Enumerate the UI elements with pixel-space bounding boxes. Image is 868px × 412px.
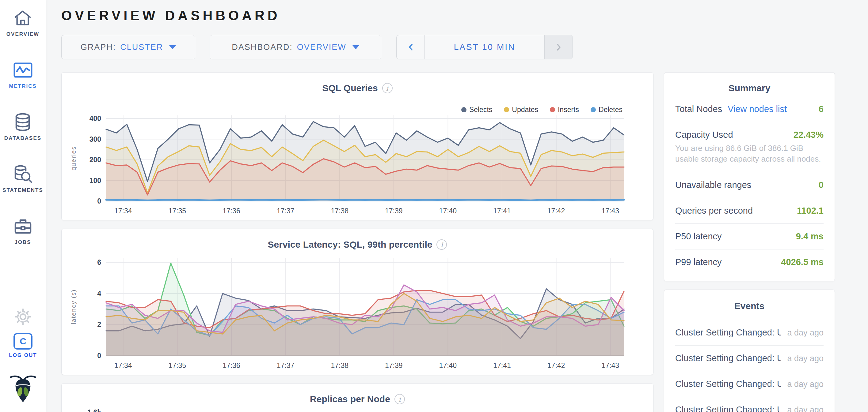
info-icon[interactable]: i [436, 239, 447, 250]
p50-latency-value: 9.4 ms [796, 231, 824, 241]
svg-text:queries: queries [70, 146, 77, 171]
svg-text:17:40: 17:40 [439, 362, 457, 370]
graph-dropdown-label: GRAPH: [81, 42, 116, 52]
settings-button[interactable] [0, 309, 46, 326]
logout-label: LOG OUT [9, 352, 37, 358]
svg-text:17:42: 17:42 [548, 362, 565, 370]
sidebar-item-label: DATABASES [4, 135, 41, 141]
legend-item-inserts: Inserts [550, 106, 579, 114]
capacity-used-value: 22.43% [794, 130, 824, 140]
home-icon [13, 8, 32, 28]
statements-icon [13, 164, 32, 184]
service-latency-chart-card: Service Latency: SQL, 99th percentile i … [61, 229, 653, 375]
summary-row-total-nodes: Total Nodes View nodes list 6 [675, 96, 824, 122]
service-latency-plot[interactable]: 17:3417:3517:3617:3717:3817:3917:4017:41… [62, 253, 653, 375]
svg-text:17:35: 17:35 [168, 362, 186, 370]
sidebar-item-statements[interactable]: STATEMENTS [2, 164, 43, 194]
event-row: Cluster Setting Changed: U... a day ago [675, 397, 824, 412]
capacity-detail: You are using 86.6 GiB of 386.1 GiB usab… [675, 143, 824, 164]
sql-queries-plot[interactable]: 17:3417:3517:3617:3717:3817:3917:4017:41… [62, 111, 653, 220]
svg-text:4: 4 [97, 289, 101, 298]
legend-dot [591, 107, 596, 112]
event-row: Cluster Setting Changed: U... a day ago [675, 346, 824, 371]
sidebar-item-overview[interactable]: OVERVIEW [6, 8, 39, 37]
svg-text:0: 0 [97, 197, 101, 205]
page-title: OVERVIEW DASHBOARD [61, 8, 868, 23]
sidebar-item-databases[interactable]: DATABASES [4, 112, 41, 141]
time-prev-button[interactable] [397, 35, 425, 59]
replicas-per-node-chart-card: Replicas per Node i 1.6k [61, 383, 653, 412]
svg-text:17:36: 17:36 [222, 362, 240, 370]
svg-text:17:43: 17:43 [601, 362, 619, 370]
chart-title: Service Latency: SQL, 99th percentile [268, 239, 432, 250]
dashboard-dropdown[interactable]: DASHBOARD: OVERVIEW [210, 35, 381, 59]
time-window-label[interactable]: LAST 10 MIN [425, 35, 544, 59]
info-icon[interactable]: i [395, 394, 405, 404]
gear-icon [15, 309, 31, 326]
legend-dot [504, 107, 509, 112]
view-nodes-list-link[interactable]: View nodes list [727, 104, 787, 114]
chevron-right-icon [555, 42, 562, 52]
svg-text:17:34: 17:34 [114, 207, 132, 215]
graph-dropdown[interactable]: GRAPH: CLUSTER [61, 35, 195, 59]
replicas-per-node-plot[interactable]: 1.6k [62, 408, 653, 412]
svg-text:0: 0 [97, 352, 101, 359]
legend-item-deletes: Deletes [591, 106, 622, 114]
events-title: Events [675, 301, 824, 311]
sidebar-item-label: OVERVIEW [6, 31, 39, 37]
svg-text:17:34: 17:34 [114, 362, 132, 370]
chevron-down-icon [169, 45, 176, 49]
svg-text:100: 100 [90, 177, 101, 184]
chevron-down-icon [352, 45, 359, 49]
svg-text:17:37: 17:37 [277, 362, 294, 370]
svg-text:17:39: 17:39 [385, 362, 403, 370]
summary-panel: Summary Total Nodes View nodes list 6 Ca… [664, 72, 835, 281]
svg-text:17:39: 17:39 [385, 207, 403, 215]
legend-dot [550, 107, 555, 112]
svg-text:17:35: 17:35 [168, 207, 186, 215]
svg-text:17:37: 17:37 [277, 207, 294, 215]
jobs-icon [13, 216, 32, 236]
svg-text:17:40: 17:40 [439, 207, 457, 215]
sidebar-item-jobs[interactable]: JOBS [13, 216, 32, 245]
logout-button[interactable]: C LOG OUT [0, 333, 46, 358]
summary-row-unavailable-ranges: Unavailable ranges 0 [675, 172, 824, 198]
info-icon[interactable]: i [382, 83, 393, 93]
total-nodes-value: 6 [819, 104, 824, 114]
svg-text:1.6k: 1.6k [87, 408, 101, 412]
svg-text:17:41: 17:41 [493, 207, 511, 215]
sidebar-item-label: STATEMENTS [2, 187, 43, 194]
chart-title: SQL Queries [322, 83, 378, 93]
legend-item-selects: Selects [461, 106, 492, 114]
svg-text:2: 2 [97, 320, 101, 329]
summary-row-p50: P50 latency 9.4 ms [675, 224, 824, 249]
sidebar-item-label: JOBS [14, 239, 31, 245]
svg-text:17:42: 17:42 [548, 207, 565, 215]
event-row: Cluster Setting Changed: U... a day ago [675, 371, 824, 397]
sidebar-item-metrics[interactable]: METRICS [9, 60, 37, 90]
dashboard-dropdown-label: DASHBOARD: [232, 42, 293, 52]
sidebar-item-label: METRICS [9, 83, 37, 90]
summary-row-p99: P99 latency 4026.5 ms [675, 249, 824, 275]
sidebar: OVERVIEW METRICS DATABASES [0, 0, 46, 412]
sql-queries-chart-card: SQL Queries i Selects Updates Inserts [61, 72, 653, 220]
graph-dropdown-value: CLUSTER [120, 42, 163, 52]
event-row: Cluster Setting Changed: U... a day ago [675, 320, 824, 346]
unavailable-ranges-value: 0 [819, 180, 824, 190]
cockroachdb-logo[interactable] [0, 374, 46, 404]
svg-text:17:36: 17:36 [222, 207, 240, 215]
legend-dot [461, 107, 466, 112]
svg-text:17:38: 17:38 [331, 207, 348, 215]
right-column: Summary Total Nodes View nodes list 6 Ca… [664, 72, 835, 412]
svg-text:6: 6 [97, 259, 101, 266]
metrics-icon [13, 60, 33, 80]
svg-text:latency (s): latency (s) [70, 289, 77, 324]
databases-icon [13, 112, 32, 132]
chart-title: Replicas per Node [310, 394, 390, 404]
chart-legend: Selects Updates Inserts Deletes [450, 106, 622, 114]
controls-bar: GRAPH: CLUSTER DASHBOARD: OVERVIEW LAST … [61, 35, 868, 59]
dashboard-dropdown-value: OVERVIEW [297, 42, 346, 52]
time-window-selector: LAST 10 MIN [396, 35, 573, 59]
time-next-button[interactable] [544, 35, 572, 59]
summary-title: Summary [675, 83, 824, 93]
